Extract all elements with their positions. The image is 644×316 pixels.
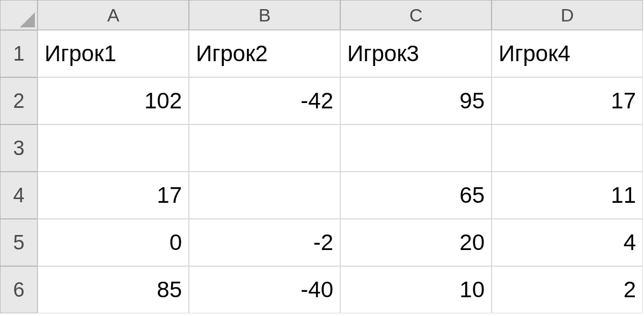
cell-D2[interactable]: 17: [492, 77, 643, 124]
cell-C6[interactable]: 10: [340, 266, 492, 313]
select-all-corner[interactable]: [0, 0, 38, 30]
row-header-1[interactable]: 1: [0, 30, 38, 77]
cell-C4[interactable]: 65: [340, 172, 492, 219]
cell-C2[interactable]: 95: [340, 77, 492, 124]
row-header-4[interactable]: 4: [0, 172, 38, 219]
cell-B2[interactable]: -42: [189, 77, 340, 124]
cell-C3[interactable]: [340, 124, 492, 172]
col-header-A[interactable]: A: [38, 0, 189, 30]
cell-D1[interactable]: Игрок4: [492, 30, 643, 77]
cell-A2[interactable]: 102: [38, 77, 189, 124]
cell-A5[interactable]: 0: [38, 219, 189, 266]
row-header-2[interactable]: 2: [0, 77, 38, 124]
cell-D4[interactable]: 11: [492, 172, 643, 219]
row-header-6[interactable]: 6: [0, 266, 38, 313]
col-header-B[interactable]: B: [189, 0, 340, 30]
cell-A4[interactable]: 17: [38, 172, 189, 219]
cell-B4[interactable]: [189, 172, 340, 219]
cell-B1[interactable]: Игрок2: [189, 30, 340, 77]
cell-A3[interactable]: [38, 124, 189, 172]
cell-D6[interactable]: 2: [492, 266, 643, 313]
cell-B6[interactable]: -40: [189, 266, 340, 313]
row-header-3[interactable]: 3: [0, 124, 38, 172]
cell-A1[interactable]: Игрок1: [38, 30, 189, 77]
cell-B5[interactable]: -2: [189, 219, 340, 266]
spreadsheet-grid: A B C D 1 Игрок1 Игрок2 Игрок3 Игрок4 2 …: [0, 0, 644, 313]
cell-D5[interactable]: 4: [492, 219, 643, 266]
col-header-D[interactable]: D: [492, 0, 643, 30]
col-header-C[interactable]: C: [340, 0, 492, 30]
cell-C1[interactable]: Игрок3: [340, 30, 492, 77]
row-header-5[interactable]: 5: [0, 219, 38, 266]
cell-C5[interactable]: 20: [340, 219, 492, 266]
cell-B3[interactable]: [189, 124, 340, 172]
cell-A6[interactable]: 85: [38, 266, 189, 313]
cell-D3[interactable]: [492, 124, 643, 172]
